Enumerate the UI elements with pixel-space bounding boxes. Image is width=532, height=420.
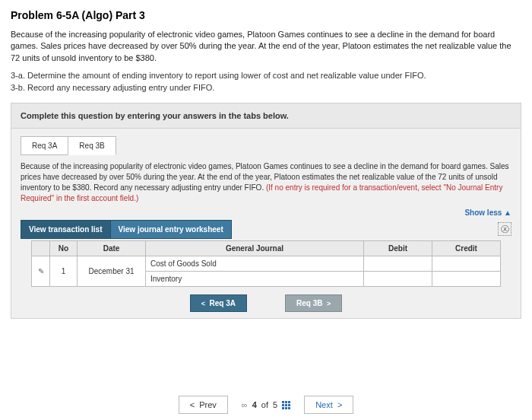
no-header: No <box>50 240 78 256</box>
credit-field[interactable] <box>432 271 501 286</box>
part-b: 3-b. Record any necessary adjusting entr… <box>11 82 521 94</box>
total-pages: 5 <box>273 400 277 409</box>
subtab-transaction-list[interactable]: View transaction list <box>21 220 111 239</box>
row-date: December 31 <box>78 256 146 286</box>
show-less-link[interactable]: Show less ▲ <box>464 208 511 217</box>
chevron-right-icon: > <box>337 400 342 409</box>
next-button[interactable]: Next > <box>304 396 353 414</box>
problem-text: Because of the increasing popularity of … <box>11 29 521 64</box>
debit-field[interactable] <box>364 256 432 271</box>
next-tab-button: Req 3B > <box>285 294 342 312</box>
credit-header: Credit <box>432 240 501 256</box>
link-icon: ∞ <box>242 400 248 409</box>
instruction-box: Complete this question by entering your … <box>11 103 521 129</box>
credit-field[interactable] <box>432 256 501 271</box>
page-title: Problem 6-5A (Algo) Part 3 <box>11 9 521 21</box>
answer-panel: Req 3A Req 3B Because of the increasing … <box>11 129 521 319</box>
chevron-left-icon: < <box>201 300 205 307</box>
of-label: of <box>261 400 268 409</box>
tab-nav-buttons: < Req 3A Req 3B > <box>21 294 511 312</box>
pencil-icon[interactable]: ✎ <box>32 256 50 286</box>
grid-icon[interactable] <box>282 401 290 409</box>
next-label: Next <box>315 400 333 409</box>
pencil-header <box>32 240 50 256</box>
account-field[interactable]: Inventory <box>146 271 364 286</box>
prev-label: Prev <box>199 400 217 409</box>
account-field[interactable]: Cost of Goods Sold <box>146 256 364 271</box>
general-journal-header: General Journal <box>146 240 364 256</box>
table-row: ✎ 1 December 31 Cost of Goods Sold <box>32 256 501 271</box>
debit-header: Debit <box>364 240 432 256</box>
prev-button[interactable]: < Prev <box>179 396 228 414</box>
part-a: 3-a. Determine the amount of ending inve… <box>11 70 521 81</box>
tab-req-3b[interactable]: Req 3B <box>68 136 116 155</box>
debit-field[interactable] <box>364 271 432 286</box>
show-less-label: Show less <box>464 208 502 217</box>
tab-req-3a[interactable]: Req 3A <box>21 136 68 155</box>
subtab-journal-worksheet[interactable]: View journal entry worksheet <box>110 220 232 239</box>
subtext: Because of the increasing popularity of … <box>21 161 511 204</box>
view-subtabs: View transaction list View journal entry… <box>21 220 232 239</box>
parts-list: 3-a. Determine the amount of ending inve… <box>11 70 521 94</box>
prev-tab-label: Req 3A <box>210 299 236 307</box>
date-header: Date <box>78 240 146 256</box>
chevron-left-icon: < <box>190 400 195 409</box>
req-tabs: Req 3A Req 3B <box>21 136 511 155</box>
chevron-right-icon: > <box>327 300 331 307</box>
close-icon[interactable]: ⓧ <box>498 222 511 236</box>
chevron-up-icon: ▲ <box>504 208 511 217</box>
pagination-footer: < Prev ∞ 4 of 5 Next > <box>0 396 532 414</box>
next-tab-label: Req 3B <box>296 299 322 307</box>
journal-table: No Date General Journal Debit Credit ✎ 1… <box>31 240 501 287</box>
page-indicator: ∞ 4 of 5 <box>242 400 290 409</box>
prev-tab-button[interactable]: < Req 3A <box>190 294 247 312</box>
current-page: 4 <box>252 400 257 409</box>
row-no: 1 <box>50 256 78 286</box>
